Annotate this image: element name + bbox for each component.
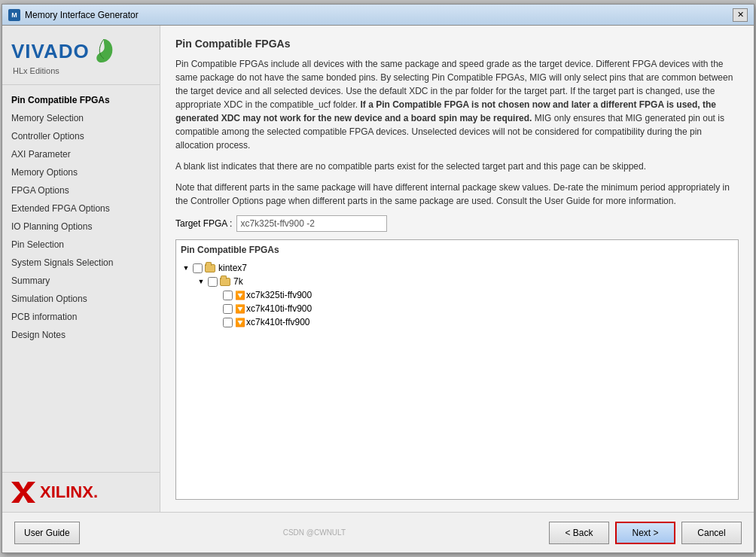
content-description-3: Note that different parts in the same pa… (175, 181, 739, 208)
sidebar-item-axi-parameter[interactable]: AXI Parameter (2, 145, 160, 163)
next-button[interactable]: Next > (615, 522, 675, 544)
content-title: Pin Compatible FPGAs (175, 38, 739, 50)
sidebar-item-simulation[interactable]: Simulation Options (2, 290, 160, 308)
file-icon-xc7k410ti: 🔽 (235, 304, 243, 314)
checkbox-7k[interactable] (208, 277, 218, 287)
watermark: CSDN @CWNULT (283, 528, 346, 537)
file-icon-xc7k410t: 🔽 (235, 318, 243, 327)
label-xc7k410t: xc7k410t-ffv900 (246, 317, 310, 327)
sidebar-bottom: XILINX. (2, 472, 160, 512)
sidebar-logo: VIVADO HLx Editions (2, 26, 160, 85)
logo-leaf-icon (93, 38, 115, 65)
checkbox-xc7k325ti[interactable] (223, 291, 233, 300)
tree-node-xc7k410t[interactable]: ▶ 🔽 xc7k410t-ffv900 (211, 315, 733, 329)
sidebar-item-system-signals[interactable]: System Signals Selection (2, 254, 160, 272)
svg-marker-0 (11, 482, 35, 503)
folder-icon-7k (220, 278, 230, 286)
vivado-logo: VIVADO (11, 38, 151, 65)
window-icon: M (8, 9, 20, 21)
toggle-kintex7[interactable]: ▼ (181, 263, 191, 273)
sidebar-item-memory-selection[interactable]: Memory Selection (2, 109, 160, 127)
window-title: Memory Interface Generator (25, 10, 733, 20)
label-kintex7: kintex7 (218, 263, 247, 273)
main-window: M Memory Interface Generator ✕ VIVADO HL… (2, 4, 754, 553)
close-button[interactable]: ✕ (733, 8, 748, 22)
back-button[interactable]: < Back (549, 522, 609, 544)
tree-node-xc7k410ti[interactable]: ▶ 🔽 xc7k410ti-ffv900 (211, 302, 733, 315)
sidebar-item-controller-options[interactable]: Controller Options (2, 127, 160, 145)
footer-right: < Back Next > Cancel (549, 522, 742, 544)
label-7k: 7k (233, 276, 243, 287)
content-area: Pin Compatible FPGAs Pin Compatible FPGA… (160, 26, 754, 512)
target-fpga-label: Target FPGA : (175, 218, 232, 229)
sidebar-item-design-notes[interactable]: Design Notes (2, 326, 160, 344)
sidebar-item-fpga-options[interactable]: FPGA Options (2, 181, 160, 199)
target-fpga-input[interactable] (236, 215, 387, 232)
sidebar-item-pin-compatible[interactable]: Pin Compatible FPGAs (2, 91, 160, 109)
xilinx-icon (11, 482, 35, 503)
label-xc7k410ti: xc7k410ti-ffv900 (246, 303, 312, 314)
tree-root: ▼ kintex7 ▼ 7k ▶ (181, 261, 733, 329)
footer-left: User Guide (14, 522, 80, 544)
file-icon-xc7k325ti: 🔽 (235, 291, 243, 300)
tree-node-kintex7[interactable]: ▼ kintex7 (181, 261, 733, 275)
sidebar: VIVADO HLx Editions Pin Compatible FPGAs… (2, 26, 160, 512)
label-xc7k325ti: xc7k325ti-ffv900 (246, 290, 312, 300)
checkbox-kintex7[interactable] (193, 263, 203, 273)
tree-node-xc7k325ti[interactable]: ▶ 🔽 xc7k325ti-ffv900 (211, 288, 733, 302)
sidebar-item-memory-options[interactable]: Memory Options (2, 163, 160, 181)
content-description-2: A blank list indicates that there are no… (175, 160, 739, 173)
sidebar-item-io-planning[interactable]: IO Planning Options (2, 218, 160, 236)
sidebar-item-summary[interactable]: Summary (2, 272, 160, 290)
nav-list: Pin Compatible FPGAs Memory Selection Co… (2, 85, 160, 472)
checkbox-xc7k410ti[interactable] (223, 304, 233, 314)
logo-subtitle: HLx Editions (13, 66, 151, 75)
sidebar-item-extended-fpga[interactable]: Extended FPGA Options (2, 199, 160, 218)
title-bar: M Memory Interface Generator ✕ (2, 5, 754, 26)
fpga-list-panel: Pin Compatible FPGAs ▼ kintex7 ▼ (175, 239, 739, 500)
sidebar-item-pcb-info[interactable]: PCB information (2, 308, 160, 326)
tree-node-7k[interactable]: ▼ 7k (196, 275, 733, 288)
target-fpga-row: Target FPGA : (175, 215, 739, 232)
cancel-button[interactable]: Cancel (681, 522, 742, 544)
user-guide-button[interactable]: User Guide (14, 522, 80, 544)
content-description-1: Pin Compatible FPGAs include all devices… (175, 57, 739, 152)
checkbox-xc7k410t[interactable] (223, 318, 233, 327)
footer: User Guide CSDN @CWNULT < Back Next > Ca… (2, 512, 754, 552)
sidebar-item-pin-selection[interactable]: Pin Selection (2, 236, 160, 254)
fpga-list-title: Pin Compatible FPGAs (181, 245, 733, 255)
toggle-7k[interactable]: ▼ (196, 276, 206, 287)
main-content: VIVADO HLx Editions Pin Compatible FPGAs… (2, 26, 754, 512)
folder-icon-kintex7 (205, 264, 215, 272)
xilinx-logo: XILINX. (11, 482, 151, 503)
